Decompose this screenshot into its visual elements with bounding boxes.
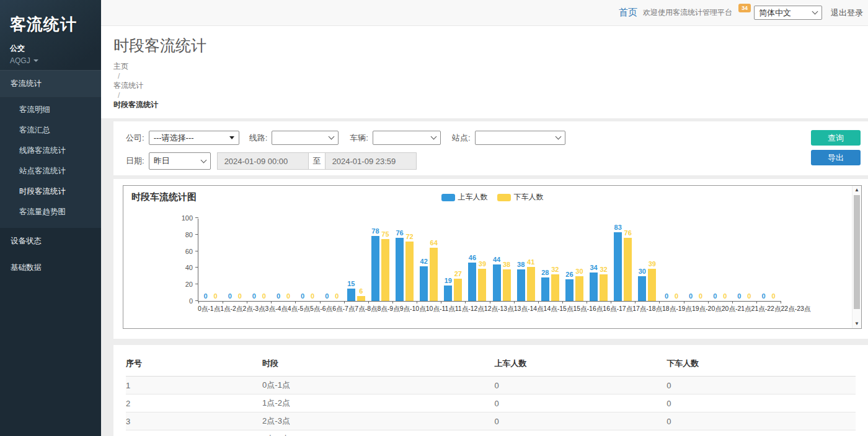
sidebar-item[interactable]: 设备状态 xyxy=(0,228,101,255)
bar-column[interactable]: 0 xyxy=(760,219,768,301)
bar-column[interactable]: 39 xyxy=(478,219,486,301)
bar-column[interactable]: 30 xyxy=(638,219,646,301)
bar[interactable] xyxy=(478,269,486,301)
bar-column[interactable]: 0 xyxy=(672,219,680,301)
bar-column[interactable]: 0 xyxy=(735,219,743,301)
bar-column[interactable]: 0 xyxy=(697,219,705,301)
bar-column[interactable]: 0 xyxy=(662,219,670,301)
bar[interactable] xyxy=(551,274,559,301)
bar-column[interactable]: 38 xyxy=(503,219,511,301)
bar[interactable] xyxy=(396,238,404,301)
bar[interactable] xyxy=(347,289,355,301)
bar-column[interactable]: 0 xyxy=(333,219,341,301)
bar[interactable] xyxy=(517,269,525,301)
sidebar-item[interactable]: 客流明细 xyxy=(0,100,101,120)
bar[interactable] xyxy=(454,279,462,301)
bar-column[interactable]: 28 xyxy=(541,219,549,301)
bar[interactable] xyxy=(405,242,414,301)
scrollbar-thumb[interactable] xyxy=(854,195,860,309)
bar-column[interactable]: 38 xyxy=(517,219,525,301)
bar[interactable] xyxy=(565,279,574,301)
bar-column[interactable]: 0 xyxy=(309,219,317,301)
bar-column[interactable]: 44 xyxy=(493,219,501,301)
bar-column[interactable]: 46 xyxy=(468,219,476,301)
bar-column[interactable]: 76 xyxy=(396,219,404,301)
bar[interactable] xyxy=(371,236,379,301)
date-start-input[interactable]: 2024-01-09 00:00 xyxy=(217,152,309,170)
bar[interactable] xyxy=(648,269,656,301)
bar[interactable] xyxy=(575,276,583,301)
sidebar-item[interactable]: 客流汇总 xyxy=(0,120,101,141)
bar-column[interactable]: 83 xyxy=(614,219,622,301)
sidebar-item[interactable]: 客流统计 xyxy=(0,70,101,98)
bar[interactable] xyxy=(468,263,476,301)
bar-column[interactable]: 64 xyxy=(430,219,438,301)
bar-column[interactable]: 0 xyxy=(323,219,331,301)
bar-column[interactable]: 76 xyxy=(624,219,632,301)
bar[interactable] xyxy=(527,267,535,301)
org-switcher[interactable]: AQGJ xyxy=(10,56,91,65)
bar[interactable] xyxy=(600,274,608,301)
scroll-up-icon[interactable]: ▲ xyxy=(852,186,861,194)
bar-column[interactable]: 0 xyxy=(211,219,219,301)
bar[interactable] xyxy=(638,276,646,301)
line-select[interactable] xyxy=(272,131,339,145)
bar-column[interactable]: 0 xyxy=(299,219,307,301)
date-preset-select[interactable]: 昨日 xyxy=(149,152,211,170)
bar-column[interactable]: 27 xyxy=(454,219,462,301)
logout-link[interactable]: 退出登录 xyxy=(831,7,863,19)
notification-badge[interactable]: 34 xyxy=(738,4,751,12)
bar-column[interactable]: 0 xyxy=(236,219,244,301)
bar-column[interactable]: 19 xyxy=(444,219,452,301)
sidebar-item[interactable]: 线路客流统计 xyxy=(0,141,101,161)
sidebar-item[interactable]: 基础数据 xyxy=(0,255,101,281)
bar-column[interactable]: 0 xyxy=(284,219,292,301)
bar[interactable] xyxy=(493,264,501,301)
legend-item[interactable]: 上车人数 xyxy=(441,192,488,203)
bar-column[interactable]: 0 xyxy=(202,219,210,301)
bar-column[interactable]: 39 xyxy=(648,219,656,301)
bar-column[interactable]: 72 xyxy=(405,219,414,301)
legend-item[interactable]: 下车人数 xyxy=(497,192,544,203)
bar-column[interactable]: 75 xyxy=(381,219,389,301)
bar-column[interactable]: 26 xyxy=(565,219,574,301)
bar[interactable] xyxy=(430,248,438,301)
bar-column[interactable]: 0 xyxy=(711,219,719,301)
chart-scrollbar[interactable]: ▲ ▼ xyxy=(852,186,861,328)
bar-column[interactable]: 32 xyxy=(600,219,608,301)
station-select[interactable] xyxy=(475,131,565,145)
bar-column[interactable]: 0 xyxy=(687,219,695,301)
bar[interactable] xyxy=(541,277,549,301)
bar-column[interactable]: 0 xyxy=(721,219,729,301)
company-select[interactable]: ---请选择--- xyxy=(149,131,239,145)
bar-column[interactable]: 41 xyxy=(527,219,535,301)
bar-column[interactable]: 6 xyxy=(357,219,365,301)
bar-column[interactable]: 42 xyxy=(420,219,428,301)
scroll-down-icon[interactable]: ▼ xyxy=(852,320,861,328)
breadcrumb-item[interactable]: 客流统计 xyxy=(113,81,143,90)
bar[interactable] xyxy=(357,296,365,301)
bar-column[interactable]: 0 xyxy=(250,219,258,301)
bar-column[interactable]: 0 xyxy=(226,219,234,301)
bar-column[interactable]: 0 xyxy=(260,219,268,301)
bar-column[interactable]: 15 xyxy=(347,219,355,301)
bar[interactable] xyxy=(381,239,389,302)
search-button[interactable]: 查询 xyxy=(811,130,861,146)
sidebar-item[interactable]: 站点客流统计 xyxy=(0,161,101,181)
bar-column[interactable]: 0 xyxy=(745,219,753,301)
bar-column[interactable]: 78 xyxy=(371,219,379,301)
sidebar-item[interactable]: 时段客流统计 xyxy=(0,181,101,202)
bar[interactable] xyxy=(444,286,452,301)
bar[interactable] xyxy=(420,266,428,301)
sidebar-item[interactable]: 客流量趋势图 xyxy=(0,202,101,222)
breadcrumb-item[interactable]: 主页 xyxy=(113,62,128,71)
home-link[interactable]: 首页 xyxy=(619,7,637,19)
bar[interactable] xyxy=(590,272,598,301)
export-button[interactable]: 导出 xyxy=(811,150,861,165)
language-select[interactable]: 简体中文 xyxy=(754,6,822,20)
bar-column[interactable]: 32 xyxy=(551,219,559,301)
bar-column[interactable]: 0 xyxy=(769,219,777,301)
bar[interactable] xyxy=(614,232,622,301)
bar-column[interactable]: 34 xyxy=(590,219,598,301)
bar-column[interactable]: 30 xyxy=(575,219,583,301)
